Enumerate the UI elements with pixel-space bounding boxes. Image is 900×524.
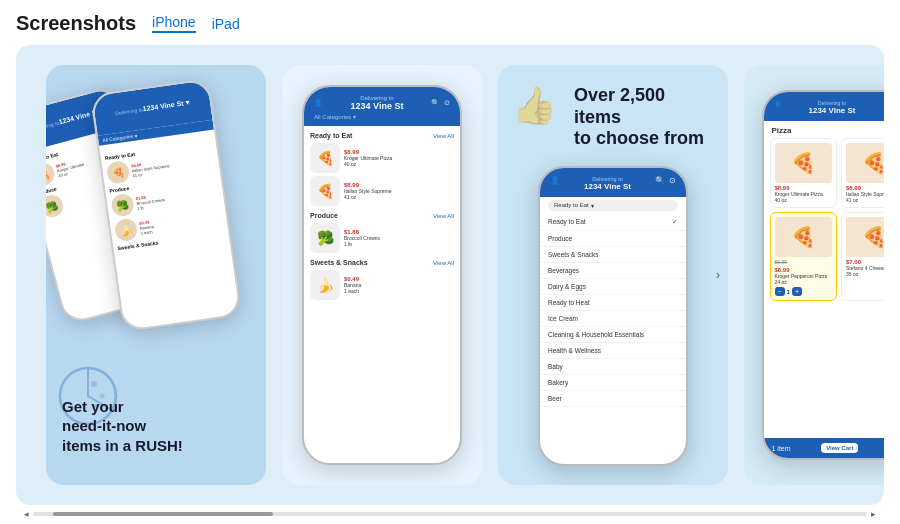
food-circle-pizza-a: 🍕 — [106, 160, 131, 185]
tab-iphone[interactable]: iPhone — [152, 14, 196, 33]
p3-menu-item-health[interactable]: Health & Wellness — [540, 343, 686, 359]
p3-account-icon: 👤 — [550, 176, 560, 191]
p2-product-info-pizza1: $8.99 Kroger Ultimate Pizza40 oz — [344, 149, 392, 167]
p2-product-pizza1: 🍕 $8.99 Kroger Ultimate Pizza40 oz — [310, 143, 454, 173]
p3-menu-item-bakery[interactable]: Bakery — [540, 375, 686, 391]
p3-menu-label-ready: Ready to Eat — [548, 218, 586, 225]
p2-cart-icon[interactable]: ⊙ — [444, 99, 450, 107]
p4-original-price-3: $6.99 — [775, 259, 833, 265]
p3-check-ready: ✓ — [672, 218, 678, 226]
p4-product-grid: 🍕 $8.99 Kroger Ultimate Pizza40 oz 🍕 $8.… — [764, 138, 885, 301]
p2-account-icon: 👤 — [314, 99, 323, 107]
panel-2: 👤 Delivering to 1234 Vine St 🔍 ⊙ All Cat… — [282, 65, 482, 485]
p2-address: 1234 Vine St — [351, 101, 404, 111]
p2-product-img-broc: 🥦 — [310, 223, 340, 253]
p4-card-img-2: 🍕 — [846, 143, 884, 183]
p3-menu-label-ice: Ice Cream — [548, 315, 578, 322]
food-info-banana: $0.49 Banana 1 each — [139, 219, 155, 236]
p3-ready-eat-dropdown[interactable]: Ready to Eat ▾ — [548, 200, 678, 211]
thumb-decoration: 👍 — [512, 85, 557, 127]
p3-menu-item-ready[interactable]: Ready to Eat ✓ — [540, 214, 686, 231]
p2-section-sweets: Sweets & Snacks View All 🍌 $0.49 Banana1… — [310, 259, 454, 300]
p4-card-img-3: 🍕 — [775, 217, 833, 257]
panel-1: Delivering to 1234 Vine St ▾ Ready to Ea… — [46, 65, 266, 485]
p4-view-cart-button[interactable]: View Cart — [821, 443, 858, 453]
p2-product-info-broc: $1.88 Broccoli Crowns1 lb — [344, 229, 380, 247]
scroll-handle[interactable] — [53, 512, 273, 516]
p2-section-ready: Ready to Eat View All 🍕 $8.99 Kroger Ult… — [310, 132, 454, 206]
p3-chevron-right: › — [716, 268, 720, 282]
p3-cart-icon[interactable]: ⊙ — [669, 176, 676, 191]
p4-header: 👤 Delivering to 1234 Vine St 🔍 ⊙ — [764, 92, 885, 121]
p3-menu-label-bakery: Bakery — [548, 379, 568, 386]
p3-menu-item-heat[interactable]: Ready to Heat — [540, 295, 686, 311]
page-title: Screenshots — [16, 12, 136, 35]
p3-menu-label-baby: Baby — [548, 363, 563, 370]
p4-address: 1234 Vine St — [809, 106, 856, 115]
p4-name-1: Kroger Ultimate Pizza40 oz — [775, 191, 833, 203]
p2-view-all-ready[interactable]: View All — [433, 133, 454, 139]
p4-name-2: Italian Style Supreme41 oz — [846, 191, 884, 203]
title-line1: Over 2,500 items — [574, 85, 665, 127]
p3-menu-item-beer[interactable]: Beer — [540, 391, 686, 407]
p3-menu-label-sweets: Sweets & Snacks — [548, 251, 599, 258]
p2-section-header-sweets: Sweets & Snacks View All — [310, 259, 454, 266]
scroll-left-arrow[interactable]: ◂ — [20, 509, 33, 519]
p3-menu-label-bev: Beverages — [548, 267, 579, 274]
p4-search-icon[interactable]: 🔍 — [884, 100, 885, 115]
food-pizza-2: 🥦 — [46, 193, 65, 220]
p2-name-broc: Broccoli Crowns1 lb — [344, 235, 380, 247]
p3-menu-item-produce[interactable]: Produce — [540, 231, 686, 247]
panel-3-phone: 👤 Delivering to 1234 Vine St 🔍 ⊙ Ready t… — [538, 166, 688, 466]
p2-search-icon[interactable]: 🔍 — [431, 99, 440, 107]
p2-name-banana: Banana1 each — [344, 282, 361, 294]
p3-dropdown-arrow: ▾ — [591, 202, 594, 209]
p2-name-pizza1: Kroger Ultimate Pizza40 oz — [344, 155, 392, 167]
p3-menu-label-health: Health & Wellness — [548, 347, 601, 354]
p2-section-produce: Produce View All 🥦 $1.88 Broccoli Crowns… — [310, 212, 454, 253]
tab-ipad[interactable]: iPad — [212, 16, 240, 32]
p4-card-2: 🍕 $8.99 Italian Style Supreme41 oz — [841, 138, 884, 208]
p3-menu-label-cleaning: Cleaning & Household Essentials — [548, 331, 644, 338]
p2-icon-row: 👤 Delivering to 1234 Vine St 🔍 ⊙ — [314, 95, 450, 111]
p3-menu-item-ice[interactable]: Ice Cream — [540, 311, 686, 327]
panel-4-phone: 👤 Delivering to 1234 Vine St 🔍 ⊙ Pizza — [762, 90, 885, 460]
p2-view-all-produce[interactable]: View All — [433, 213, 454, 219]
p3-menu-item-cleaning[interactable]: Cleaning & Household Essentials — [540, 327, 686, 343]
p3-search-icon[interactable]: 🔍 — [655, 176, 665, 191]
p3-menu-item-bev[interactable]: Beverages — [540, 263, 686, 279]
p3-menu-item-sweets[interactable]: Sweets & Snacks — [540, 247, 686, 263]
panel-1-tagline: Get your need-it-now items in a RUSH! — [62, 397, 183, 456]
p2-section-title-sweets: Sweets & Snacks — [310, 259, 368, 266]
bottom-scrollbar: ◂ ▸ — [16, 509, 884, 519]
p4-increase-btn[interactable]: + — [792, 287, 802, 296]
bottle-decoration — [879, 410, 884, 469]
p2-view-all-sweets[interactable]: View All — [433, 260, 454, 266]
p3-menu-label-heat: Ready to Heat — [548, 299, 590, 306]
p2-product-img-pizza1: 🍕 — [310, 143, 340, 173]
p4-card-3: 🍕 $6.99 $6.99 Kroger Pepperoni Pizza24 o… — [770, 212, 838, 301]
p3-menu-label-beer: Beer — [548, 395, 562, 402]
p4-quantity-value: 1 — [787, 289, 790, 295]
p4-card-4: 🍕 $7.00 Stefano 4 Cheese Pizza35 oz — [841, 212, 884, 301]
scroll-track[interactable] — [33, 512, 867, 516]
p3-menu-list: Ready to Eat ✓ Produce Sweets & Snacks B… — [540, 214, 686, 407]
p2-name-pizza2: Italian Style Supreme41 oz — [344, 188, 392, 200]
p2-product-pizza2: 🍕 $8.99 Italian Style Supreme41 oz — [310, 176, 454, 206]
p4-section-title: Pizza — [764, 121, 885, 138]
scroll-right-arrow[interactable]: ▸ — [867, 509, 880, 519]
p3-menu-label-produce: Produce — [548, 235, 572, 242]
p4-decrease-btn[interactable]: − — [775, 287, 785, 296]
p3-menu-item-dairy[interactable]: Dairy & Eggs — [540, 279, 686, 295]
p3-menu-item-baby[interactable]: Baby — [540, 359, 686, 375]
p2-section-header-produce: Produce View All — [310, 212, 454, 219]
food-info-broc: $1.88 Broccoli Crowns 1 lb — [135, 192, 166, 211]
panel-4: 👤 Delivering to 1234 Vine St 🔍 ⊙ Pizza — [744, 65, 884, 485]
p2-content: Ready to Eat View All 🍕 $8.99 Kroger Ult… — [304, 126, 460, 312]
p4-name-4: Stefano 4 Cheese Pizza35 oz — [846, 265, 884, 277]
tagline-line3: items in a RUSH! — [62, 437, 183, 454]
food-circle-banana: 🍌 — [114, 217, 139, 242]
panel-3: 👍 Over 2,500 items to choose from 👤 Deli… — [498, 65, 728, 485]
p4-footer: 1 item View Cart $6.99 — [764, 438, 885, 458]
p4-account-icon: 👤 — [774, 100, 781, 115]
